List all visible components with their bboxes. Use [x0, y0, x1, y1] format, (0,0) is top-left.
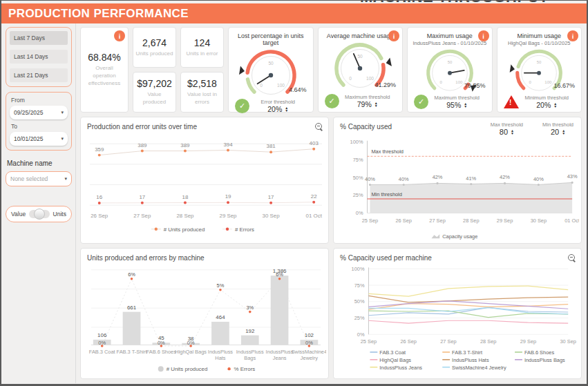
svg-text:Jeans: Jeans: [273, 355, 287, 361]
min-threshold-control: Min threshold 20 ▲▼: [542, 122, 573, 136]
svg-text:30 Sep: 30 Sep: [263, 213, 281, 219]
svg-text:FAB.6 Shoes: FAB.6 Shoes: [146, 349, 177, 355]
machine-name-select[interactable]: None selected ▾: [6, 171, 72, 186]
svg-text:29 Sep: 29 Sep: [220, 213, 238, 219]
gauge-title: Minimum usage: [517, 32, 561, 39]
svg-text:FAB.6 Shoes: FAB.6 Shoes: [524, 349, 555, 356]
range-button-last-21-days[interactable]: Last 21 Days: [10, 68, 68, 82]
svg-text:# Errors: # Errors: [235, 226, 254, 233]
svg-text:50: 50: [447, 60, 452, 64]
svg-text:HighQal Bags: HighQal Bags: [175, 349, 207, 355]
svg-text:30 Sep: 30 Sep: [531, 218, 547, 224]
chart-header: Units produced and errors by machine: [84, 252, 326, 262]
range-button-last-14-days[interactable]: Last 14 Days: [10, 50, 68, 64]
kpi-value: $97,202: [137, 78, 172, 89]
svg-text:HighQal Bags: HighQal Bags: [379, 357, 411, 363]
chart-title: Units produced and errors by machine: [87, 254, 205, 262]
threshold-spinner[interactable]: ▲▼: [374, 102, 378, 108]
svg-text:0%: 0%: [305, 340, 313, 346]
kpi-value: 68.84%: [88, 52, 120, 63]
svg-text:Max threshold: Max threshold: [371, 148, 404, 155]
svg-text:25 Sep: 25 Sep: [362, 218, 378, 224]
threshold-spinner[interactable]: ▲▼: [464, 102, 467, 108]
units-by-machine-chart: 1060%6616%450%380%4645%1923%1,3866%1020%…: [84, 262, 326, 376]
kpi-value: $2,518: [187, 78, 217, 89]
svg-text:Capacity usage: Capacity usage: [442, 233, 477, 240]
chart-card-capacity-used: % Capacity used Max threshold 80 ▲▼ Min: [333, 117, 582, 244]
from-date-select[interactable]: 09/25/2025 ▾: [10, 106, 68, 119]
dashboard-main: i 68.84% Overall operation effectiveness…: [76, 23, 587, 383]
zoom-out-icon[interactable]: [314, 122, 323, 131]
gauge-card-lost-percentage-in-units-target: Lost percentage in units target5001004.6…: [228, 27, 314, 113]
gauge-title: Maximum usage: [427, 32, 473, 39]
svg-text:29 Sep: 29 Sep: [497, 218, 513, 224]
svg-text:40%: 40%: [365, 176, 375, 182]
svg-text:17: 17: [268, 194, 274, 200]
svg-text:0%: 0%: [158, 340, 165, 346]
status-alert-icon: [504, 95, 519, 108]
svg-text:6%: 6%: [128, 271, 135, 278]
from-label: From: [11, 97, 68, 104]
threshold-value: 20%: [267, 105, 282, 113]
kpi-card-value-lost: $2,518 Value lost in errors: [180, 72, 224, 113]
toggle-left-label: Value: [11, 211, 26, 218]
svg-text:28 Sep: 28 Sep: [463, 218, 479, 224]
chevron-down-icon: ▾: [64, 176, 67, 182]
threshold-spinner[interactable]: ▲▼: [553, 102, 557, 108]
gauge: 50010041.29%: [321, 39, 400, 94]
svg-text:0: 0: [349, 76, 352, 81]
range-button-last-7-days[interactable]: Last 7 Days: [10, 31, 68, 45]
svg-text:IndussPluss: IndussPluss: [266, 349, 294, 355]
svg-text:# Units produced: # Units produced: [164, 226, 205, 233]
status-ok-icon: ✓: [414, 95, 428, 109]
chart-title: % Capacity used per machine: [340, 254, 432, 262]
svg-text:389: 389: [137, 142, 147, 148]
svg-text:IndussPluss Jeans: IndussPluss Jeans: [379, 365, 422, 371]
svg-text:01 Oct: 01 Oct: [565, 218, 579, 224]
gauge-value: 41.29%: [374, 81, 396, 88]
threshold-value: 79%: [357, 100, 372, 108]
kpi-card-oee: i 68.84% Overall operation effectiveness: [80, 27, 129, 113]
threshold-controls: Max threshold 80 ▲▼ Min threshold 20: [491, 122, 573, 136]
svg-text:192: 192: [245, 328, 254, 334]
svg-text:# Units produced: # Units produced: [167, 366, 208, 372]
svg-text:SwissMachine4: SwissMachine4: [292, 349, 326, 355]
info-icon[interactable]: i: [567, 30, 578, 41]
svg-text:IndussPluss Bags: IndussPluss Bags: [524, 357, 565, 363]
gauge-card-minimum-usage: iMinimum usageHighQal Bags - 01/10/20255…: [497, 27, 582, 113]
to-date-select[interactable]: 10/01/2025 ▾: [10, 132, 68, 146]
svg-text:102: 102: [305, 332, 314, 338]
info-icon[interactable]: i: [114, 30, 125, 41]
threshold-label: Maximum threshold: [435, 95, 480, 101]
svg-text:01 Oct: 01 Oct: [306, 213, 323, 219]
toggle-knob[interactable]: [34, 209, 45, 220]
svg-text:6%: 6%: [276, 271, 283, 278]
svg-text:27 Sep: 27 Sep: [440, 338, 456, 345]
toggle-track[interactable]: [29, 210, 50, 218]
date-range-buttons-box: Last 7 DaysLast 14 DaysLast 21 Days: [6, 27, 72, 87]
svg-text:Bags: Bags: [244, 355, 256, 361]
svg-text:16: 16: [96, 194, 102, 200]
info-icon[interactable]: i: [478, 30, 489, 41]
svg-text:3%: 3%: [246, 305, 254, 311]
value-units-toggle[interactable]: Value Units: [6, 206, 72, 222]
svg-text:FAB.3 Coat: FAB.3 Coat: [379, 349, 406, 356]
zoom-out-icon[interactable]: [567, 253, 576, 262]
svg-text:28 Sep: 28 Sep: [176, 213, 194, 219]
svg-text:0: 0: [260, 83, 263, 88]
svg-text:0%: 0%: [187, 340, 195, 346]
threshold-value: 95%: [446, 101, 461, 109]
kpi-value: 2,674: [142, 37, 167, 48]
svg-text:Min threshold: Min threshold: [371, 191, 401, 197]
svg-text:394: 394: [223, 142, 233, 148]
threshold-spinner[interactable]: ▲▼: [285, 106, 288, 113]
svg-text:17: 17: [139, 194, 145, 200]
svg-text:50%: 50%: [353, 175, 363, 181]
svg-text:26 Sep: 26 Sep: [400, 338, 416, 345]
charts-row-1: Production and error units over time 359…: [80, 117, 582, 244]
svg-text:25%: 25%: [353, 192, 363, 198]
min-threshold-spinner[interactable]: ▲▼: [562, 129, 565, 135]
chart-card-units-by-machine: Units produced and errors by machine 106…: [80, 248, 329, 379]
max-threshold-spinner[interactable]: ▲▼: [511, 129, 514, 135]
threshold-label: Minimum threshold: [525, 95, 569, 101]
